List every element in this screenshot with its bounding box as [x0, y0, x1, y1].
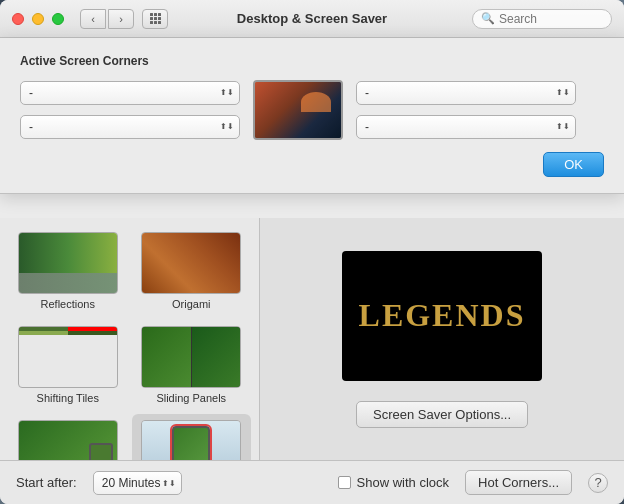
- saver-item-photo-mobile[interactable]: Photo Mobile: [8, 414, 128, 460]
- shift-cell-4: [68, 331, 117, 335]
- forward-button[interactable]: ›: [108, 9, 134, 29]
- preview-screen: LEGENDS: [342, 251, 542, 381]
- search-input[interactable]: [499, 12, 603, 26]
- shift-cell-3: [19, 331, 68, 335]
- main-content: Reflections Origami: [0, 218, 624, 460]
- refl-bottom: [19, 273, 117, 293]
- photo-mobile-inner: [19, 421, 117, 460]
- top-right-corner-wrap: -: [356, 81, 576, 105]
- slide-cell-2: [192, 327, 241, 387]
- grid-view-button[interactable]: [142, 9, 168, 29]
- saver-thumb-reflections: [18, 232, 118, 294]
- maximize-button[interactable]: [52, 13, 64, 25]
- saver-name-reflections: Reflections: [41, 298, 95, 310]
- preview-panel: LEGENDS Screen Saver Options...: [260, 218, 624, 460]
- saver-thumb-holiday-mobile: [141, 420, 241, 460]
- corners-grid: - - - -: [20, 80, 604, 140]
- minimize-button[interactable]: [32, 13, 44, 25]
- help-button[interactable]: ?: [588, 473, 608, 493]
- search-bar[interactable]: 🔍: [472, 9, 612, 29]
- saver-item-shifting-tiles[interactable]: Shifting Tiles: [8, 320, 128, 410]
- nav-buttons: ‹ ›: [80, 9, 134, 29]
- back-button[interactable]: ‹: [80, 9, 106, 29]
- legends-text: LEGENDS: [359, 297, 526, 334]
- bottom-right-corner-wrap: -: [356, 115, 576, 139]
- shifting-inner: [19, 327, 117, 335]
- hot-corners-button[interactable]: Hot Corners...: [465, 470, 572, 495]
- saver-name-origami: Origami: [172, 298, 211, 310]
- saver-item-sliding-panels[interactable]: Sliding Panels: [132, 320, 252, 410]
- holiday-frame: [172, 426, 210, 460]
- window-title: Desktop & Screen Saver: [237, 11, 387, 26]
- photo-mobile-frame: [89, 443, 113, 460]
- saver-item-reflections[interactable]: Reflections: [8, 226, 128, 316]
- start-after-select-wrap: 20 Minutes 1 Minute 5 Minutes 10 Minutes…: [93, 471, 182, 495]
- main-window: ‹ › Desktop & Screen Saver 🔍 Active Scre…: [0, 0, 624, 504]
- saver-list: Reflections Origami: [0, 218, 260, 460]
- thumb-highlight: [301, 92, 331, 112]
- show-clock-area: Show with clock: [338, 475, 449, 490]
- corners-title: Active Screen Corners: [20, 54, 604, 68]
- sliding-inner: [142, 327, 240, 387]
- start-after-select[interactable]: 20 Minutes 1 Minute 5 Minutes 10 Minutes…: [93, 471, 182, 495]
- bottom-right-corner-select[interactable]: -: [356, 115, 576, 139]
- holiday-inner: [142, 421, 240, 460]
- slide-cell-1: [142, 327, 191, 387]
- screen-saver-options-button[interactable]: Screen Saver Options...: [356, 401, 528, 428]
- bottom-left-corner-select[interactable]: -: [20, 115, 240, 139]
- traffic-lights: [12, 13, 64, 25]
- saver-thumb-sliding-panels: [141, 326, 241, 388]
- bottom-left-corner-wrap: -: [20, 115, 240, 139]
- start-after-label: Start after:: [16, 475, 77, 490]
- close-button[interactable]: [12, 13, 24, 25]
- show-clock-checkbox[interactable]: [338, 476, 351, 489]
- saver-name-sliding-panels: Sliding Panels: [156, 392, 226, 404]
- saver-thumb-photo-mobile: [18, 420, 118, 460]
- saver-thumb-shifting-tiles: [18, 326, 118, 388]
- ok-row: OK: [20, 152, 604, 177]
- search-icon: 🔍: [481, 12, 495, 25]
- saver-name-shifting-tiles: Shifting Tiles: [37, 392, 99, 404]
- bottom-bar: Start after: 20 Minutes 1 Minute 5 Minut…: [0, 460, 624, 504]
- top-right-corner-select[interactable]: -: [356, 81, 576, 105]
- show-clock-label: Show with clock: [357, 475, 449, 490]
- saver-item-origami[interactable]: Origami: [132, 226, 252, 316]
- refl-top: [19, 233, 117, 273]
- top-left-corner-select[interactable]: -: [20, 81, 240, 105]
- saver-thumb-origami: [141, 232, 241, 294]
- saver-item-holiday-mobile[interactable]: Holiday Mobile: [132, 414, 252, 460]
- corners-overlay: Active Screen Corners - -: [0, 38, 624, 194]
- ok-button[interactable]: OK: [543, 152, 604, 177]
- grid-icon: [150, 13, 161, 24]
- top-left-corner-wrap: -: [20, 81, 240, 105]
- reflections-inner: [19, 233, 117, 293]
- corners-preview-thumb: [253, 80, 343, 140]
- origami-inner: [142, 233, 240, 293]
- title-bar: ‹ › Desktop & Screen Saver 🔍: [0, 0, 624, 38]
